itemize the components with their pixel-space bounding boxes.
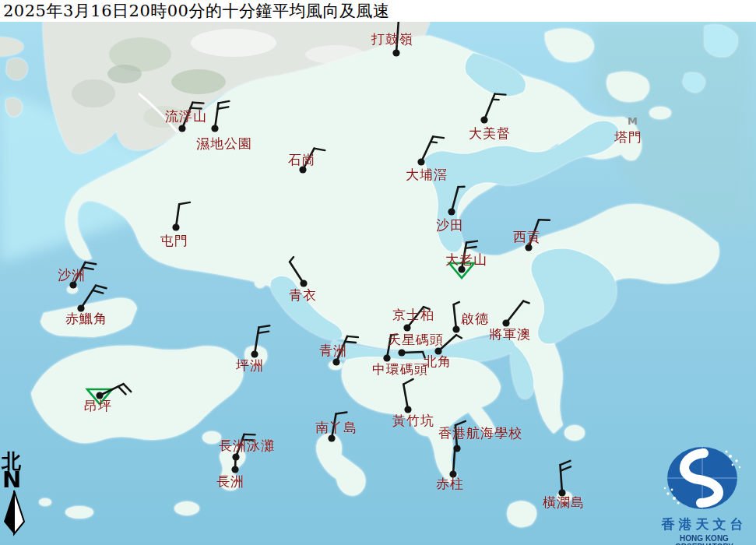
wind-barb-tick-icon: [454, 302, 459, 304]
wind-barb-staff-icon: [421, 136, 433, 162]
station-label-waglan-island: 橫瀾島: [543, 496, 585, 510]
station-label-tai-po-kau: 大埔滘: [406, 168, 448, 182]
station-label-kai-tak: 啟德: [461, 312, 489, 326]
wind-map: 打鼓嶺流浮山濕地公園石崗大美督M塔門大埔滘沙田西貢大老山屯門沙洲赤鱲角青衣京士柏…: [0, 0, 756, 545]
wind-barb-staff-icon: [403, 385, 408, 410]
station-dot-icon: [392, 49, 399, 56]
station-dot-icon: [525, 244, 532, 251]
wind-barb-tick-icon: [493, 100, 499, 100]
wind-barb-staff-icon: [453, 448, 455, 474]
wind-barb-tick-icon: [290, 257, 294, 262]
wind-barb-tick-icon: [560, 461, 570, 465]
station-star-ferry: [398, 349, 424, 357]
station-tai-mei-tuk: [480, 94, 505, 124]
station-label-shek-kong: 石崗: [288, 153, 316, 167]
wind-barb-staff-icon: [452, 187, 459, 212]
station-dot-icon: [417, 158, 424, 165]
missing-data-marker: M: [628, 115, 638, 127]
compass: 北 N: [2, 452, 33, 540]
station-wong-chuk-hang: [403, 379, 413, 413]
station-dot-icon: [448, 208, 455, 215]
wind-barb-tick-icon: [124, 384, 132, 392]
station-label-sai-kung: 西貢: [513, 230, 541, 244]
wind-barb-tick-icon: [258, 325, 269, 327]
station-sha-tin: [448, 187, 464, 216]
wind-barb-tick-icon: [494, 94, 505, 95]
station-wetland-park: [211, 101, 229, 132]
wind-barb-staff-icon: [484, 94, 494, 120]
wind-barb-staff-icon: [81, 286, 96, 308]
station-chek-lap-kok: [77, 286, 106, 312]
wind-barb-tick-icon: [315, 149, 325, 150]
wind-barb-tick-icon: [93, 290, 104, 294]
station-label-peng-chau: 坪洲: [236, 359, 264, 373]
wind-barb-tick-icon: [466, 241, 477, 243]
station-label-kings-park: 京士柏: [392, 308, 434, 322]
station-label-ta-kwu-ling: 打鼓嶺: [371, 33, 413, 47]
station-dot-icon: [403, 324, 410, 331]
station-dot-icon: [452, 325, 459, 332]
wind-barb-tick-icon: [96, 286, 107, 289]
wind-barb-tick-icon: [118, 386, 126, 394]
station-label-tap-mun: 塔門: [614, 131, 642, 145]
station-dot-icon: [178, 125, 185, 132]
wind-barb-tick-icon: [218, 107, 229, 108]
hko-logo: 香港天文台 HONG KONG OBSERVATORY: [652, 445, 756, 545]
title-bar: 2025年3月16日20時00分的十分鐘平均風向及風速: [0, 0, 756, 22]
station-label-stanley: 赤柱: [436, 477, 464, 491]
wind-barb-tick-icon: [258, 332, 269, 333]
wind-barb-tick-icon: [456, 335, 462, 338]
station-tai-po-kau: [417, 136, 444, 165]
station-label-hk-sea-school: 香港航海學校: [438, 427, 522, 441]
wind-barb-tick-icon: [347, 336, 358, 337]
station-label-north-point: 北角: [424, 355, 452, 369]
station-label-tates-cairn: 大老山: [445, 253, 487, 267]
station-label-wetland-park: 濕地公園: [196, 137, 252, 151]
wind-barb-staff-icon: [506, 301, 523, 323]
wind-barb-tick-icon: [523, 301, 529, 304]
station-label-tuen-mun: 屯門: [160, 234, 188, 248]
station-label-central-pier: 中環碼頭: [372, 363, 428, 377]
station-dot-icon: [398, 349, 405, 356]
station-dot-icon: [300, 280, 307, 287]
north-arrow-icon: [2, 489, 30, 537]
station-stanley: [449, 448, 456, 478]
station-label-sha-chau: 沙洲: [58, 269, 86, 283]
wind-barb-staff-icon: [560, 465, 562, 493]
wind-barb-tick-icon: [403, 379, 413, 385]
station-dot-icon: [211, 125, 218, 132]
station-tsing-yi: [290, 257, 308, 287]
wind-barb-tick-icon: [433, 136, 444, 138]
station-label-lamma-island: 南丫島: [315, 421, 357, 435]
wind-barb-staff-icon: [215, 103, 219, 128]
wind-barb-staff-icon: [255, 327, 258, 354]
station-peng-chau: [251, 325, 269, 357]
station-label-tseung-kwan-o: 將軍澳: [489, 328, 531, 342]
station-dot-icon: [332, 358, 339, 365]
station-label-ngong-ping: 昂坪: [84, 399, 112, 413]
station-label-cheung-chau: 長洲: [216, 475, 244, 489]
station-label-tai-mei-tuk: 大美督: [469, 127, 511, 141]
stations-layer: [0, 0, 756, 545]
hko-name-en: HONG KONG OBSERVATORY: [652, 534, 756, 545]
wind-barb-tick-icon: [85, 262, 96, 264]
station-dot-icon: [231, 466, 238, 473]
hko-name-cjk: 香港天文台: [652, 515, 756, 533]
hko-logo-icon: [652, 445, 756, 511]
map-title: 2025年3月16日20時00分的十分鐘平均風向及風速: [0, 0, 389, 22]
wind-barb-tick-icon: [192, 103, 203, 104]
wind-barb-tick-icon: [431, 142, 437, 142]
station-dot-icon: [480, 116, 487, 123]
station-label-green-island: 青洲: [319, 344, 347, 358]
compass-north-en: N: [2, 471, 33, 489]
wind-barb-staff-icon: [454, 304, 456, 329]
station-label-sha-tin: 沙田: [436, 219, 464, 233]
wind-barb-tick-icon: [466, 247, 476, 248]
station-label-chek-lap-kok: 赤鱲角: [65, 312, 107, 326]
station-dot-icon: [328, 434, 335, 441]
station-label-lau-fau-shan: 流浮山: [165, 110, 207, 124]
station-tseung-kwan-o: [502, 301, 529, 327]
station-label-wong-chuk-hang: 黃竹坑: [392, 414, 434, 428]
wind-barb-tick-icon: [179, 202, 190, 204]
station-label-cheung-chau-beach: 長洲泳灘: [219, 439, 275, 453]
